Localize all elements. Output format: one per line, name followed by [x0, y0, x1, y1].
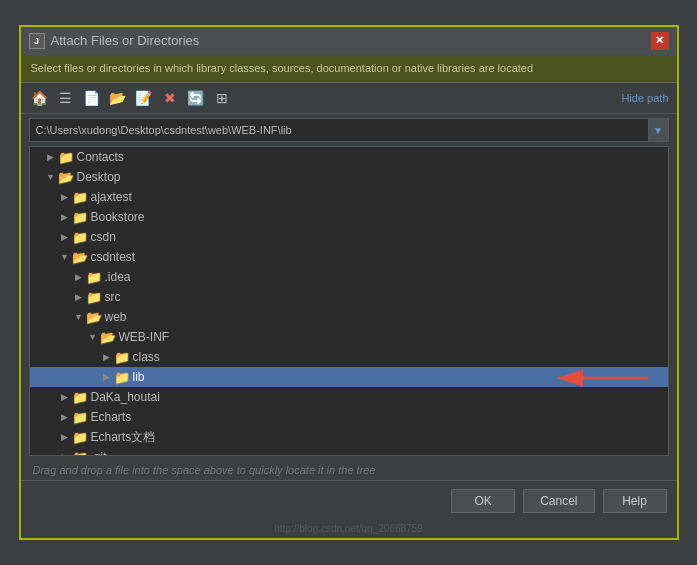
folder-icon: 📁	[72, 230, 88, 245]
app-icon: J	[29, 33, 45, 49]
tree-item-class[interactable]: ▶📁class	[30, 347, 668, 367]
folder-icon: 📁	[114, 370, 130, 385]
tree-item-git[interactable]: ▶📁.git	[30, 447, 668, 456]
description-text: Select files or directories in which lib…	[31, 62, 534, 74]
list-button[interactable]: ☰	[55, 87, 77, 109]
folder-icon: 📁	[72, 190, 88, 205]
title-bar: J Attach Files or Directories ✕	[21, 27, 677, 55]
tree-item-src[interactable]: ▶📁src	[30, 287, 668, 307]
ok-button[interactable]: OK	[451, 489, 515, 513]
refresh-button[interactable]: 🔄	[185, 87, 207, 109]
tree-item-webinf[interactable]: ▼📂WEB-INF	[30, 327, 668, 347]
toolbar-buttons: 🏠 ☰ 📄 📂 📝 ✖ 🔄 ⊞	[29, 87, 233, 109]
folder-icon: 📁	[86, 290, 102, 305]
tree-item-csdn[interactable]: ▶📁csdn	[30, 227, 668, 247]
tree-expand-arrow[interactable]: ▶	[58, 392, 72, 402]
tree-item-ajaxtest[interactable]: ▶📁ajaxtest	[30, 187, 668, 207]
tree-expand-arrow[interactable]: ▶	[58, 192, 72, 202]
tree-item-bookstore[interactable]: ▶📁Bookstore	[30, 207, 668, 227]
folder-icon: 📂	[100, 330, 116, 345]
tree-item-idea[interactable]: ▶📁.idea	[30, 267, 668, 287]
tree-item-label: Echarts文档	[91, 429, 156, 446]
file-tree[interactable]: ▶📁Contacts▼📂Desktop▶📁ajaxtest▶📁Bookstore…	[29, 146, 669, 456]
tree-item-label: Contacts	[77, 150, 124, 164]
tree-item-lib[interactable]: ▶📁lib	[30, 367, 668, 387]
tree-expand-arrow[interactable]: ▼	[44, 172, 58, 182]
view-button[interactable]: ⊞	[211, 87, 233, 109]
tree-item-label: csdntest	[91, 250, 136, 264]
toolbar: 🏠 ☰ 📄 📂 📝 ✖ 🔄 ⊞ Hide path	[21, 83, 677, 114]
tree-item-label: Desktop	[77, 170, 121, 184]
tree-expand-arrow[interactable]: ▶	[58, 452, 72, 456]
tree-expand-arrow[interactable]: ▼	[58, 252, 72, 262]
tree-item-label: .git	[91, 450, 107, 456]
dialog-title: Attach Files or Directories	[51, 33, 200, 48]
folder-icon: 📂	[86, 310, 102, 325]
tree-expand-arrow[interactable]: ▶	[58, 212, 72, 222]
close-button[interactable]: ✕	[651, 32, 669, 50]
tree-item-desktop[interactable]: ▼📂Desktop	[30, 167, 668, 187]
folder-icon: 📁	[72, 390, 88, 405]
tree-item-web[interactable]: ▼📂web	[30, 307, 668, 327]
tree-item-label: DaKa_houtai	[91, 390, 160, 404]
path-input[interactable]	[30, 121, 648, 139]
tree-expand-arrow[interactable]: ▶	[58, 432, 72, 442]
cancel-button[interactable]: Cancel	[523, 489, 594, 513]
tree-item-label: .idea	[105, 270, 131, 284]
tree-item-label: class	[133, 350, 160, 364]
folder-icon: 📂	[58, 170, 74, 185]
path-dropdown-button[interactable]: ▼	[648, 119, 668, 141]
folder-icon: 📁	[86, 270, 102, 285]
new-file-button[interactable]: 📄	[81, 87, 103, 109]
tree-expand-arrow[interactable]: ▼	[72, 312, 86, 322]
tree-expand-arrow[interactable]: ▶	[100, 352, 114, 362]
tree-item-csdntest[interactable]: ▼📂csdntest	[30, 247, 668, 267]
folder-icon: 📁	[72, 210, 88, 225]
tree-expand-arrow[interactable]: ▶	[72, 272, 86, 282]
new-folder-button[interactable]: 📂	[107, 87, 129, 109]
attach-files-dialog: J Attach Files or Directories ✕ Select f…	[19, 25, 679, 540]
folder-icon: 📁	[72, 410, 88, 425]
path-bar: ▼	[29, 118, 669, 142]
tree-item-label: web	[105, 310, 127, 324]
tree-expand-arrow[interactable]: ▶	[58, 232, 72, 242]
title-bar-left: J Attach Files or Directories	[29, 33, 200, 49]
tree-item-label: ajaxtest	[91, 190, 132, 204]
tree-expand-arrow[interactable]: ▶	[72, 292, 86, 302]
folder-icon: 📁	[72, 430, 88, 445]
tree-item-echarts_wd[interactable]: ▶📁Echarts文档	[30, 427, 668, 447]
help-button[interactable]: Help	[603, 489, 667, 513]
tree-item-label: WEB-INF	[119, 330, 170, 344]
folder-icon: 📁	[114, 350, 130, 365]
hide-path-link[interactable]: Hide path	[621, 92, 668, 104]
tree-expand-arrow[interactable]: ▼	[86, 332, 100, 342]
tree-item-label: csdn	[91, 230, 116, 244]
tree-expand-arrow[interactable]: ▶	[100, 372, 114, 382]
folder-icon: 📂	[72, 250, 88, 265]
tree-item-daka_houtai[interactable]: ▶📁DaKa_houtai	[30, 387, 668, 407]
tree-expand-arrow[interactable]: ▶	[58, 412, 72, 422]
description-bar: Select files or directories in which lib…	[21, 55, 677, 83]
tree-item-label: Echarts	[91, 410, 132, 424]
watermark: http://blog.csdn.net/qq_20668759	[21, 521, 677, 538]
folder-icon: 📁	[72, 450, 88, 457]
tree-item-label: Bookstore	[91, 210, 145, 224]
tree-item-label: src	[105, 290, 121, 304]
folder-icon: 📁	[58, 150, 74, 165]
edit-button[interactable]: 📝	[133, 87, 155, 109]
tree-expand-arrow[interactable]: ▶	[44, 152, 58, 162]
delete-button[interactable]: ✖	[159, 87, 181, 109]
tree-item-echarts[interactable]: ▶📁Echarts	[30, 407, 668, 427]
footer-buttons: OK Cancel Help	[21, 480, 677, 521]
tree-item-contacts[interactable]: ▶📁Contacts	[30, 147, 668, 167]
drag-hint: Drag and drop a file into the space abov…	[21, 460, 677, 480]
tree-item-label: lib	[133, 370, 145, 384]
home-button[interactable]: 🏠	[29, 87, 51, 109]
